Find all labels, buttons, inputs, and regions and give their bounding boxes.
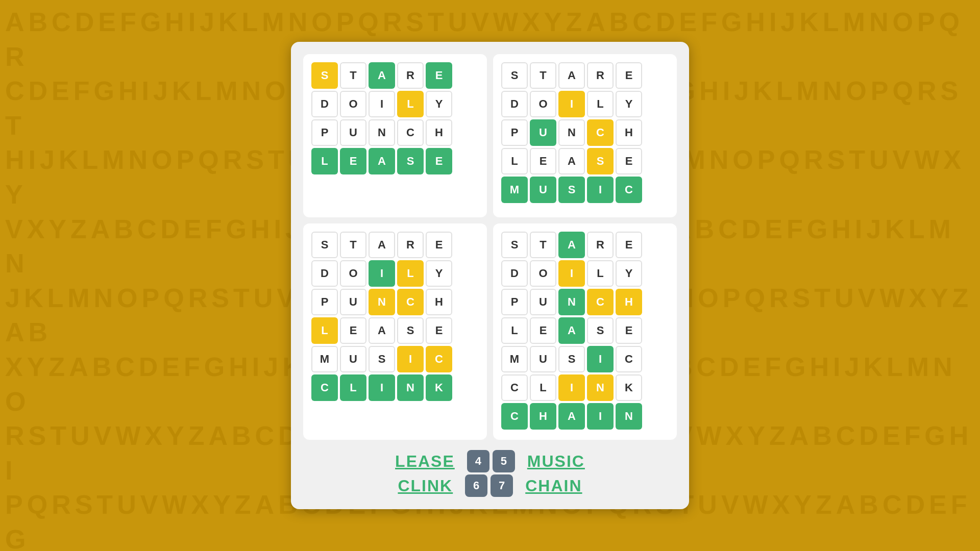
cell: S (397, 148, 424, 174)
grid-bottom-left-row-4: L E A S E (311, 317, 479, 344)
cell: A (558, 232, 585, 258)
grid-bottom-right-row-5: M U S I C (501, 346, 669, 372)
cell: A (558, 62, 585, 89)
cell: D (501, 260, 528, 287)
cell: C (616, 346, 642, 372)
answer-lease: LEASE (395, 452, 455, 471)
grid-bottom-left-row-3: P U N C H (311, 289, 479, 315)
cell: S (501, 62, 528, 89)
cell: U (340, 119, 366, 146)
cell: R (397, 62, 424, 89)
cell: N (587, 374, 614, 401)
cell: I (558, 260, 585, 287)
cell: I (369, 374, 395, 401)
cell: S (558, 346, 585, 372)
answers-row-2: CLINK 6 7 CHAIN (398, 474, 582, 497)
grid-top-right-row-2: D O I L Y (501, 91, 669, 117)
score-badge-7: 7 (491, 474, 513, 497)
grid-bottom-right-row-1: S T A R E (501, 232, 669, 258)
cell: C (397, 289, 424, 315)
score-badges-clink: 6 7 (465, 474, 513, 497)
grid-bottom-left-row-2: D O I L Y (311, 260, 479, 287)
cell: U (530, 346, 556, 372)
cell: R (587, 232, 614, 258)
cell: P (501, 119, 528, 146)
grid-bottom-right-row-6: C L I N K (501, 374, 669, 401)
cell: C (587, 289, 614, 315)
grid-top-right-row-3: P U N C H (501, 119, 669, 146)
cell: C (501, 403, 528, 430)
grid-top-left-row-1: S T A R E (311, 62, 479, 89)
cell: L (587, 91, 614, 117)
cell: S (558, 177, 585, 203)
cell: P (311, 289, 338, 315)
cell: U (530, 289, 556, 315)
cell: K (616, 374, 642, 401)
cell: M (501, 177, 528, 203)
cell: Y (616, 260, 642, 287)
top-grids-row: S T A R E D O I L Y P U N C H L (303, 54, 677, 217)
cell: H (426, 289, 452, 315)
answer-clink: CLINK (398, 477, 453, 495)
cell: E (426, 317, 452, 344)
cell: L (311, 317, 338, 344)
cell: D (311, 260, 338, 287)
cell: P (311, 119, 338, 146)
cell: I (369, 260, 395, 287)
cell: H (426, 119, 452, 146)
cell: S (587, 317, 614, 344)
cell: N (558, 119, 585, 146)
cell: O (530, 91, 556, 117)
cell: C (501, 374, 528, 401)
cell: A (369, 317, 395, 344)
cell: S (369, 346, 395, 372)
cell: E (616, 232, 642, 258)
cell: M (311, 346, 338, 372)
cell: I (587, 177, 614, 203)
cell: L (501, 148, 528, 174)
grid-bottom-right-row-7: C H A I N (501, 403, 669, 430)
cell: U (530, 177, 556, 203)
cell: L (587, 260, 614, 287)
cell: L (530, 374, 556, 401)
cell: I (558, 91, 585, 117)
grid-bottom-right-row-4: L E A S E (501, 317, 669, 344)
grid-top-right-row-4: L E A S E (501, 148, 669, 174)
cell: S (311, 62, 338, 89)
cell: Y (616, 91, 642, 117)
cell: D (501, 91, 528, 117)
grid-top-right-row-5: M U S I C (501, 177, 669, 203)
cell: N (616, 403, 642, 430)
cell: O (530, 260, 556, 287)
cell: I (587, 403, 614, 430)
cell: Y (426, 260, 452, 287)
cell: C (426, 346, 452, 372)
cell: U (530, 119, 556, 146)
grid-top-left: S T A R E D O I L Y P U N C H L (303, 54, 487, 217)
cell: O (340, 260, 366, 287)
grid-bottom-left-row-6: C L I N K (311, 374, 479, 401)
cell: T (530, 232, 556, 258)
cell: M (501, 346, 528, 372)
grid-bottom-left-row-1: S T A R E (311, 232, 479, 258)
cell: N (369, 289, 395, 315)
cell: S (311, 232, 338, 258)
cell: L (340, 374, 366, 401)
score-badge-6: 6 (465, 474, 487, 497)
grid-top-left-row-4: L E A S E (311, 148, 479, 174)
cell: E (530, 148, 556, 174)
grid-bottom-right: S T A R E D O I L Y P U N C H L (493, 223, 677, 440)
cell: A (558, 148, 585, 174)
score-badge-4: 4 (467, 450, 489, 472)
cell: P (501, 289, 528, 315)
cell: C (311, 374, 338, 401)
cell: E (616, 62, 642, 89)
cell: Y (426, 91, 452, 117)
cell: A (369, 232, 395, 258)
cell: A (369, 148, 395, 174)
cell: R (587, 62, 614, 89)
cell: L (397, 91, 424, 117)
cell: I (587, 346, 614, 372)
main-container: S T A R E D O I L Y P U N C H L (291, 42, 689, 509)
cell: I (369, 91, 395, 117)
